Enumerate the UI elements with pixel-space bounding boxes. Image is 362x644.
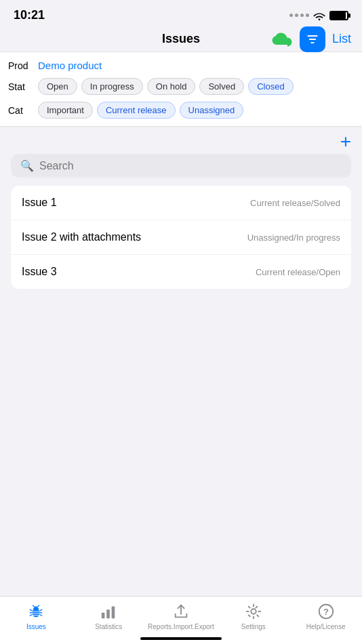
tab-statistics-label: Statistics xyxy=(95,623,122,630)
search-container: 🔍 xyxy=(0,154,362,186)
svg-rect-14 xyxy=(106,609,110,618)
status-icons xyxy=(289,11,348,20)
tab-help-label: Help/License xyxy=(306,623,346,630)
help-icon: ? xyxy=(317,602,336,621)
chip-open[interactable]: Open xyxy=(38,78,77,95)
filter-button[interactable] xyxy=(300,26,325,52)
export-icon xyxy=(172,602,190,621)
issue-meta-3: Current release/Open xyxy=(256,267,340,277)
chip-closed[interactable]: Closed xyxy=(248,78,293,95)
tab-settings[interactable]: Settings xyxy=(217,602,289,630)
issue-title-1: Issue 1 xyxy=(22,197,57,209)
chip-on-hold[interactable]: On hold xyxy=(147,78,196,95)
status-row: Stat Open In progress On hold Solved Clo… xyxy=(8,75,354,98)
tab-settings-label: Settings xyxy=(241,623,266,630)
search-input[interactable] xyxy=(39,160,342,172)
svg-rect-13 xyxy=(102,613,105,618)
issue-meta-2: Unassigned/In progress xyxy=(247,233,340,243)
tab-help[interactable]: ? Help/License xyxy=(289,602,362,630)
status-label: Stat xyxy=(8,81,33,92)
tab-issues[interactable]: Issues xyxy=(0,602,73,630)
issue-title-2: Issue 2 with attachments xyxy=(22,231,141,243)
product-row: Prod Demo product xyxy=(8,56,354,75)
svg-point-1 xyxy=(35,607,39,611)
status-chips: Open In progress On hold Solved Closed xyxy=(38,78,294,95)
issue-item-3[interactable]: Issue 3 Current release/Open xyxy=(11,255,351,289)
svg-line-9 xyxy=(40,615,43,616)
svg-line-4 xyxy=(30,609,33,611)
search-icon: 🔍 xyxy=(20,159,34,172)
add-btn-row: + xyxy=(0,127,362,154)
cloud-icon[interactable] xyxy=(271,31,293,47)
search-bar: 🔍 xyxy=(11,154,351,178)
svg-line-2 xyxy=(33,605,35,607)
issue-item-2[interactable]: Issue 2 with attachments Unassigned/In p… xyxy=(11,220,351,255)
chip-current-release[interactable]: Current release xyxy=(97,102,176,119)
tab-reports-label: Reports.Import.Export xyxy=(148,623,214,630)
svg-text:?: ? xyxy=(323,607,329,617)
chip-unassigned[interactable]: Unassigned xyxy=(180,102,244,119)
issue-item-1[interactable]: Issue 1 Current release/Solved xyxy=(11,186,351,220)
issue-meta-1: Current release/Solved xyxy=(250,198,340,208)
category-row: Cat Important Current release Unassigned xyxy=(8,98,354,122)
issue-title-3: Issue 3 xyxy=(22,266,57,278)
issues-list: Issue 1 Current release/Solved Issue 2 w… xyxy=(11,186,351,289)
category-label: Cat xyxy=(8,105,33,116)
svg-line-3 xyxy=(38,605,39,607)
svg-line-6 xyxy=(30,615,33,616)
chip-in-progress[interactable]: In progress xyxy=(81,78,143,95)
chip-important[interactable]: Important xyxy=(38,102,93,119)
gear-icon xyxy=(244,602,263,621)
signal-dots-icon xyxy=(289,14,309,17)
home-indicator xyxy=(140,637,222,640)
category-chips: Important Current release Unassigned xyxy=(38,102,243,119)
svg-line-7 xyxy=(40,609,43,611)
list-button[interactable]: List xyxy=(332,32,351,46)
battery-icon xyxy=(329,11,348,20)
chip-solved[interactable]: Solved xyxy=(199,78,244,95)
product-name[interactable]: Demo product xyxy=(38,60,102,71)
svg-rect-15 xyxy=(112,607,115,619)
svg-point-16 xyxy=(251,609,256,613)
tab-issues-label: Issues xyxy=(26,623,46,630)
status-time: 10:21 xyxy=(14,8,45,22)
header: Issues List xyxy=(0,26,362,52)
chart-icon xyxy=(99,602,118,621)
bug-icon xyxy=(26,602,45,621)
product-label: Prod xyxy=(8,60,33,71)
header-actions: List xyxy=(271,26,351,52)
status-bar: 10:21 xyxy=(0,0,362,26)
tab-reports[interactable]: Reports.Import.Export xyxy=(145,602,218,630)
tab-statistics[interactable]: Statistics xyxy=(73,602,145,630)
page-title: Issues xyxy=(162,32,200,46)
filter-section: Prod Demo product Stat Open In progress … xyxy=(0,52,362,127)
wifi-icon xyxy=(313,11,325,20)
add-button[interactable]: + xyxy=(340,132,351,151)
